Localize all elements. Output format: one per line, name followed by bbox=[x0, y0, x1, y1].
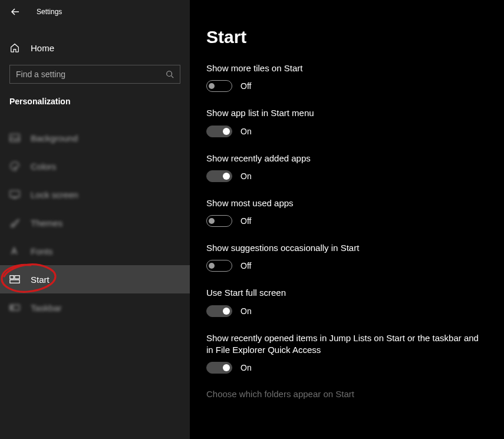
monitor-icon bbox=[9, 190, 20, 199]
setting-suggestions: Show suggestions occasionally in Start O… bbox=[206, 242, 480, 272]
sidebar-item-background[interactable]: Background bbox=[0, 124, 190, 152]
setting-label: Show recently added apps bbox=[206, 153, 480, 164]
setting-more-tiles: Show more tiles on Start Off bbox=[206, 62, 480, 92]
toggle-row: On bbox=[206, 362, 480, 374]
toggle-row: On bbox=[206, 305, 480, 317]
sidebar-item-taskbar[interactable]: Taskbar bbox=[0, 293, 190, 322]
taskbar-icon bbox=[9, 304, 20, 311]
sidebar-item-label: Taskbar bbox=[31, 303, 62, 313]
setting-full-screen: Use Start full screen On bbox=[206, 287, 480, 316]
toggle-state: Off bbox=[241, 261, 251, 270]
sidebar-item-label: Lock screen bbox=[31, 190, 78, 200]
toggle-state: On bbox=[241, 127, 252, 136]
svg-rect-4 bbox=[15, 276, 19, 279]
toggle-state: On bbox=[241, 306, 252, 316]
svg-rect-3 bbox=[10, 276, 14, 279]
link-choose-folders[interactable]: Choose which folders appear on Start bbox=[206, 389, 480, 399]
content-pane: Start Show more tiles on Start Off Show … bbox=[190, 0, 504, 439]
toggle-recently-added[interactable] bbox=[206, 170, 232, 182]
toggle-more-tiles[interactable] bbox=[206, 80, 232, 92]
search-input[interactable] bbox=[16, 70, 166, 79]
toggle-row: Off bbox=[206, 215, 480, 227]
toggle-state: On bbox=[241, 171, 252, 181]
toggle-jump-lists[interactable] bbox=[206, 362, 232, 374]
sidebar-item-label: Start bbox=[31, 275, 50, 285]
sidebar-item-colors[interactable]: Colors bbox=[0, 152, 190, 180]
home-icon bbox=[9, 42, 20, 53]
setting-label: Use Start full screen bbox=[206, 287, 480, 299]
svg-rect-7 bbox=[11, 306, 14, 309]
setting-label: Show more tiles on Start bbox=[206, 62, 480, 74]
sidebar-item-label: Fonts bbox=[31, 246, 53, 256]
toggle-row: On bbox=[206, 170, 480, 182]
toggle-state: Off bbox=[241, 216, 251, 226]
toggle-row: Off bbox=[206, 80, 480, 92]
font-icon bbox=[9, 246, 20, 256]
sidebar-item-start[interactable]: Start bbox=[0, 265, 190, 293]
palette-icon bbox=[9, 161, 20, 171]
nav-list: Background Colors Lock screen Themes Fon bbox=[0, 124, 190, 322]
search-box[interactable] bbox=[9, 65, 180, 84]
toggle-suggestions[interactable] bbox=[206, 260, 232, 272]
setting-jump-lists: Show recently opened items in Jump Lists… bbox=[206, 332, 480, 374]
svg-rect-2 bbox=[10, 191, 19, 197]
arrow-left-icon bbox=[11, 7, 20, 16]
sidebar-item-themes[interactable]: Themes bbox=[0, 209, 190, 237]
window-title: Settings bbox=[37, 8, 62, 16]
setting-most-used: Show most used apps Off bbox=[206, 197, 480, 227]
toggle-app-list[interactable] bbox=[206, 126, 232, 137]
setting-label: Show recently opened items in Jump Lists… bbox=[206, 332, 480, 357]
setting-label: Show suggestions occasionally in Start bbox=[206, 242, 480, 254]
nav-home-label: Home bbox=[31, 43, 54, 53]
sidebar-item-label: Themes bbox=[31, 218, 62, 228]
category-heading: Personalization bbox=[0, 84, 190, 114]
toggle-state: On bbox=[241, 363, 252, 372]
nav-home[interactable]: Home bbox=[0, 37, 190, 59]
start-tiles-icon bbox=[9, 275, 20, 284]
toggle-state: Off bbox=[241, 81, 251, 91]
svg-rect-5 bbox=[10, 280, 19, 283]
search-icon bbox=[166, 70, 174, 78]
toggle-row: Off bbox=[206, 260, 480, 272]
toggle-full-screen[interactable] bbox=[206, 305, 232, 317]
setting-label: Show app list in Start menu bbox=[206, 107, 480, 119]
picture-icon bbox=[9, 133, 20, 143]
sidebar-item-fonts[interactable]: Fonts bbox=[0, 237, 190, 265]
sidebar: Settings Home Personalization Background… bbox=[0, 0, 190, 439]
brush-icon bbox=[9, 217, 20, 228]
toggle-row: On bbox=[206, 126, 480, 137]
setting-label: Show most used apps bbox=[206, 197, 480, 209]
sidebar-item-label: Colors bbox=[31, 161, 56, 171]
setting-recently-added: Show recently added apps On bbox=[206, 153, 480, 182]
page-title: Start bbox=[206, 27, 480, 47]
svg-rect-1 bbox=[10, 134, 19, 142]
sidebar-item-lock-screen[interactable]: Lock screen bbox=[0, 180, 190, 209]
titlebar: Settings bbox=[0, 0, 190, 24]
setting-app-list: Show app list in Start menu On bbox=[206, 107, 480, 137]
sidebar-item-label: Background bbox=[31, 133, 78, 143]
toggle-most-used[interactable] bbox=[206, 215, 232, 227]
back-button[interactable] bbox=[8, 5, 22, 19]
svg-point-0 bbox=[167, 71, 172, 77]
